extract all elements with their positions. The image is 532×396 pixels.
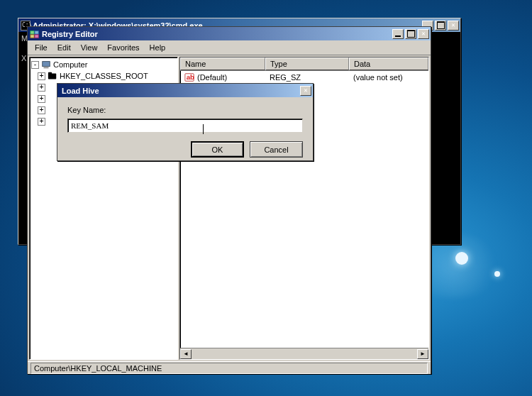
scroll-left-icon[interactable]: ◄ [180,349,192,359]
regedit-title: Registry Editor [42,30,392,38]
value-name: (Default) [197,73,227,82]
regedit-icon [30,29,40,39]
restore-button[interactable] [405,29,416,39]
minimize-button[interactable] [392,29,404,39]
expand-icon[interactable]: + [38,95,45,103]
header-data[interactable]: Data [349,57,428,70]
regedit-titlebar[interactable]: Registry Editor [28,27,431,40]
wallpaper-glow-dot [455,252,468,265]
svg-text:ab: ab [187,73,194,81]
maximize-button[interactable] [435,21,446,31]
folder-icon [48,71,57,81]
status-bar: Computer\HKEY_LOCAL_MACHINE [28,361,431,374]
menu-edit[interactable]: Edit [53,42,75,53]
menu-file[interactable]: File [31,42,52,53]
list-header: Name Type Data [180,57,428,71]
tree-item[interactable]: + HKEY_CLASSES_ROOT [31,70,177,82]
svg-rect-1 [35,31,38,33]
dialog-body: Key Name: OK Cancel [57,97,313,165]
string-value-icon: ab [184,72,194,82]
expand-icon[interactable]: + [38,84,45,92]
menu-favorites[interactable]: Favorites [103,42,143,53]
close-button[interactable] [300,86,311,96]
svg-rect-3 [35,34,38,37]
svg-rect-6 [48,74,56,79]
close-button[interactable] [418,29,429,39]
horizontal-scrollbar[interactable]: ◄ ► [180,348,428,359]
svg-rect-0 [31,31,34,33]
svg-rect-5 [44,67,49,69]
svg-rect-2 [31,34,34,37]
tree-root-label: Computer [53,60,87,69]
keyname-label: Key Name: [67,106,303,114]
close-button[interactable] [448,21,459,31]
menu-help[interactable]: Help [145,42,170,53]
cancel-button[interactable]: Cancel [250,141,303,158]
expand-icon[interactable]: + [38,118,45,126]
ok-button[interactable]: OK [191,141,244,158]
dialog-titlebar[interactable]: Load Hive [57,84,313,97]
dialog-title: Load Hive [59,87,300,95]
regedit-window: Registry Editor File Edit View Favorites… [27,26,431,374]
tree-root[interactable]: - Computer [31,59,177,70]
list-row[interactable]: ab (Default) REG_SZ (value not set) [180,71,428,84]
collapse-icon[interactable]: - [31,61,39,69]
menu-view[interactable]: View [77,42,102,53]
computer-icon [41,60,51,70]
value-data: (value not set) [353,73,403,82]
status-path: Computer\HKEY_LOCAL_MACHINE [31,363,428,374]
scroll-right-icon[interactable]: ► [417,349,428,359]
svg-rect-7 [48,72,52,75]
expand-icon[interactable]: + [38,72,45,80]
value-type: REG_SZ [270,73,301,82]
header-type[interactable]: Type [265,57,349,70]
keyname-input[interactable] [67,119,303,133]
svg-rect-4 [43,62,50,67]
regedit-menubar: File Edit View Favorites Help [28,40,431,55]
text-cursor-icon [203,124,204,134]
tree-item-label: HKEY_CLASSES_ROOT [60,72,148,80]
header-name[interactable]: Name [180,57,265,70]
wallpaper-glow-dot [494,271,500,277]
load-hive-dialog: Load Hive Key Name: OK Cancel [57,83,314,161]
expand-icon[interactable]: + [38,106,45,114]
